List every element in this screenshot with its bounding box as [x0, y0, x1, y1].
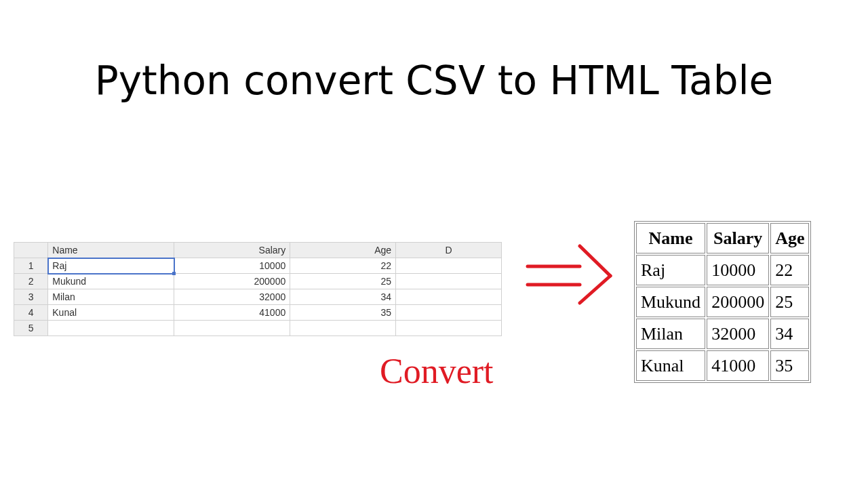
html-table-cell: 32000 — [707, 319, 769, 349]
spreadsheet-cell[interactable]: 32000 — [174, 289, 290, 305]
spreadsheet-row-number: 3 — [14, 289, 48, 305]
html-table-cell: 25 — [770, 287, 809, 317]
spreadsheet-col-header: Age — [290, 243, 396, 258]
spreadsheet-row: 4 Kunal 41000 35 — [14, 305, 502, 321]
html-table-row: Kunal 41000 35 — [636, 350, 809, 381]
html-table-header: Age — [770, 223, 809, 253]
convert-label: Convert — [380, 351, 494, 391]
spreadsheet-table: Name Salary Age D 1 Raj 10000 22 2 Mukun… — [14, 242, 502, 336]
spreadsheet-row: 3 Milan 32000 34 — [14, 289, 502, 305]
spreadsheet-cell[interactable] — [48, 321, 174, 336]
spreadsheet-cell[interactable]: 41000 — [174, 305, 290, 321]
spreadsheet-header-row: Name Salary Age D — [14, 243, 502, 258]
spreadsheet-row-number: 1 — [14, 258, 48, 274]
svg-line-3 — [580, 276, 610, 303]
html-table-cell: 41000 — [707, 350, 769, 381]
spreadsheet-col-header: Name — [48, 243, 174, 258]
html-table-cell: Milan — [636, 319, 705, 349]
spreadsheet-cell[interactable] — [396, 289, 502, 305]
spreadsheet-cell[interactable] — [396, 258, 502, 274]
html-table-cell: Mukund — [636, 287, 705, 317]
spreadsheet-cell[interactable] — [396, 321, 502, 336]
html-table-cell: 34 — [770, 319, 809, 349]
html-table-header-row: Name Salary Age — [636, 223, 809, 253]
spreadsheet-cell[interactable]: 25 — [290, 274, 396, 289]
spreadsheet-cell[interactable]: 35 — [290, 305, 396, 321]
html-table-cell: 35 — [770, 350, 809, 381]
html-table-cell: Raj — [636, 255, 705, 285]
spreadsheet-row-number: 5 — [14, 321, 48, 336]
spreadsheet-row: 1 Raj 10000 22 — [14, 258, 502, 274]
html-table-cell: 200000 — [707, 287, 769, 317]
spreadsheet-row: 2 Mukund 200000 25 — [14, 274, 502, 289]
spreadsheet-row: 5 — [14, 321, 502, 336]
spreadsheet-cell-selected[interactable]: Raj — [48, 258, 174, 274]
spreadsheet-cell[interactable]: 10000 — [174, 258, 290, 274]
spreadsheet-cell[interactable]: Mukund — [48, 274, 174, 289]
spreadsheet-cell[interactable] — [174, 321, 290, 336]
html-table-row: Milan 32000 34 — [636, 319, 809, 349]
html-output-table: Name Salary Age Raj 10000 22 Mukund 2000… — [634, 221, 811, 383]
html-table-row: Mukund 200000 25 — [636, 287, 809, 317]
spreadsheet-cell[interactable]: 22 — [290, 258, 396, 274]
spreadsheet-row-number: 2 — [14, 274, 48, 289]
spreadsheet-cell[interactable]: Milan — [48, 289, 174, 305]
spreadsheet-cell[interactable] — [290, 321, 396, 336]
spreadsheet-cell[interactable] — [396, 305, 502, 321]
page-title: Python convert CSV to HTML Table — [0, 58, 868, 104]
spreadsheet-corner — [14, 243, 48, 258]
spreadsheet-col-header: D — [396, 243, 502, 258]
spreadsheet-cell[interactable]: 34 — [290, 289, 396, 305]
spreadsheet-row-number: 4 — [14, 305, 48, 321]
spreadsheet-cell[interactable]: 200000 — [174, 274, 290, 289]
html-table-row: Raj 10000 22 — [636, 255, 809, 285]
svg-line-2 — [580, 246, 610, 276]
html-table-cell: Kunal — [636, 350, 705, 381]
html-table-header: Name — [636, 223, 705, 253]
html-table-cell: 22 — [770, 255, 809, 285]
spreadsheet-cell[interactable]: Kunal — [48, 305, 174, 321]
arrow-icon — [526, 244, 614, 305]
spreadsheet-col-header: Salary — [174, 243, 290, 258]
spreadsheet-cell[interactable] — [396, 274, 502, 289]
html-table-cell: 10000 — [707, 255, 769, 285]
html-table-header: Salary — [707, 223, 769, 253]
